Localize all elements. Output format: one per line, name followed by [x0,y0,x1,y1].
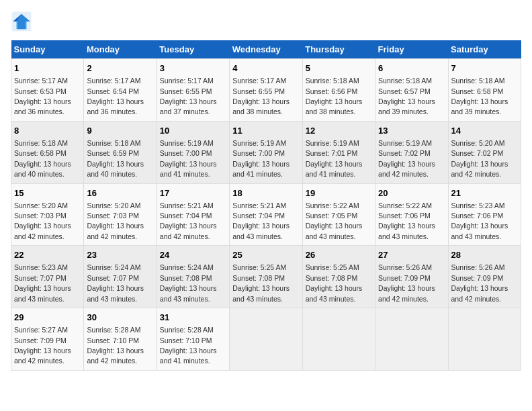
calendar-day-cell: 4 Sunrise: 5:17 AMSunset: 6:55 PMDayligh… [230,59,302,122]
calendar-day-cell: 6 Sunrise: 5:18 AMSunset: 6:57 PMDayligh… [375,59,448,122]
calendar-day-cell [448,308,521,371]
day-info: Sunrise: 5:23 AMSunset: 7:06 PMDaylight:… [451,201,508,240]
day-number: 30 [87,312,153,324]
calendar-day-cell: 7 Sunrise: 5:18 AMSunset: 6:58 PMDayligh… [448,59,521,122]
calendar-day-cell: 22 Sunrise: 5:23 AMSunset: 7:07 PMDaylig… [11,246,84,308]
day-info: Sunrise: 5:18 AMSunset: 6:58 PMDaylight:… [451,77,508,116]
calendar-day-cell: 29 Sunrise: 5:27 AMSunset: 7:09 PMDaylig… [11,308,84,371]
day-number: 9 [87,125,153,137]
day-header: Tuesday [157,40,229,59]
calendar-table: SundayMondayTuesdayWednesdayThursdayFrid… [11,40,521,371]
day-number: 31 [160,312,226,324]
day-info: Sunrise: 5:18 AMSunset: 6:59 PMDaylight:… [87,139,144,178]
calendar-day-cell: 20 Sunrise: 5:22 AMSunset: 7:06 PMDaylig… [375,183,448,246]
day-number: 29 [14,312,81,324]
day-number: 10 [160,125,226,137]
day-number: 25 [232,249,299,261]
day-info: Sunrise: 5:18 AMSunset: 6:58 PMDaylight:… [14,139,71,178]
day-number: 21 [451,187,518,199]
calendar-day-cell: 9 Sunrise: 5:18 AMSunset: 6:59 PMDayligh… [84,121,157,183]
day-info: Sunrise: 5:20 AMSunset: 7:03 PMDaylight:… [87,201,144,240]
day-info: Sunrise: 5:18 AMSunset: 6:56 PMDaylight:… [306,77,363,116]
day-info: Sunrise: 5:19 AMSunset: 7:00 PMDaylight:… [160,139,217,178]
day-number: 12 [306,125,372,137]
day-number: 20 [378,187,445,199]
calendar-day-cell: 8 Sunrise: 5:18 AMSunset: 6:58 PMDayligh… [11,121,84,183]
day-info: Sunrise: 5:20 AMSunset: 7:02 PMDaylight:… [451,139,508,178]
day-number: 23 [87,249,153,261]
header-row: SundayMondayTuesdayWednesdayThursdayFrid… [11,40,521,59]
calendar-day-cell: 15 Sunrise: 5:20 AMSunset: 7:03 PMDaylig… [11,183,84,246]
day-number: 4 [232,62,299,75]
calendar-week-row: 1 Sunrise: 5:17 AMSunset: 6:53 PMDayligh… [11,59,521,122]
calendar-week-row: 29 Sunrise: 5:27 AMSunset: 7:09 PMDaylig… [11,308,521,371]
day-header: Friday [375,40,448,59]
day-number: 17 [160,187,226,199]
day-info: Sunrise: 5:20 AMSunset: 7:03 PMDaylight:… [14,201,71,240]
day-info: Sunrise: 5:22 AMSunset: 7:05 PMDaylight:… [306,201,363,240]
day-number: 27 [378,249,445,261]
calendar-day-cell: 13 Sunrise: 5:19 AMSunset: 7:02 PMDaylig… [375,121,448,183]
calendar-day-cell: 31 Sunrise: 5:28 AMSunset: 7:10 PMDaylig… [157,308,229,371]
calendar-day-cell: 25 Sunrise: 5:25 AMSunset: 7:08 PMDaylig… [230,246,302,308]
calendar-week-row: 22 Sunrise: 5:23 AMSunset: 7:07 PMDaylig… [11,246,521,308]
day-number: 24 [160,249,226,261]
calendar-day-cell: 19 Sunrise: 5:22 AMSunset: 7:05 PMDaylig… [302,183,375,246]
day-number: 18 [232,187,299,199]
day-info: Sunrise: 5:26 AMSunset: 7:09 PMDaylight:… [451,263,508,302]
day-info: Sunrise: 5:28 AMSunset: 7:10 PMDaylight:… [87,326,144,365]
day-info: Sunrise: 5:23 AMSunset: 7:07 PMDaylight:… [14,263,71,302]
day-info: Sunrise: 5:24 AMSunset: 7:07 PMDaylight:… [87,263,144,302]
day-number: 5 [306,62,372,75]
logo-icon [11,11,32,32]
calendar-day-cell: 26 Sunrise: 5:25 AMSunset: 7:08 PMDaylig… [302,246,375,308]
day-number: 22 [14,249,81,261]
day-number: 11 [232,125,299,137]
day-header: Monday [84,40,157,59]
calendar-day-cell [230,308,302,371]
day-header: Sunday [11,40,84,59]
day-info: Sunrise: 5:28 AMSunset: 7:10 PMDaylight:… [160,326,217,365]
day-info: Sunrise: 5:24 AMSunset: 7:08 PMDaylight:… [160,263,217,302]
calendar-day-cell: 2 Sunrise: 5:17 AMSunset: 6:54 PMDayligh… [84,59,157,122]
day-info: Sunrise: 5:22 AMSunset: 7:06 PMDaylight:… [378,201,435,240]
calendar-day-cell: 21 Sunrise: 5:23 AMSunset: 7:06 PMDaylig… [448,183,521,246]
calendar-day-cell: 1 Sunrise: 5:17 AMSunset: 6:53 PMDayligh… [11,59,84,122]
calendar-day-cell: 17 Sunrise: 5:21 AMSunset: 7:04 PMDaylig… [157,183,229,246]
day-number: 15 [14,187,81,199]
calendar-day-cell: 18 Sunrise: 5:21 AMSunset: 7:04 PMDaylig… [230,183,302,246]
calendar-day-cell: 12 Sunrise: 5:19 AMSunset: 7:01 PMDaylig… [302,121,375,183]
day-header: Thursday [302,40,375,59]
day-number: 3 [160,62,226,75]
calendar-week-row: 15 Sunrise: 5:20 AMSunset: 7:03 PMDaylig… [11,183,521,246]
calendar-day-cell: 16 Sunrise: 5:20 AMSunset: 7:03 PMDaylig… [84,183,157,246]
calendar-day-cell: 11 Sunrise: 5:19 AMSunset: 7:00 PMDaylig… [230,121,302,183]
day-number: 1 [14,62,81,75]
day-number: 8 [14,125,81,137]
day-info: Sunrise: 5:17 AMSunset: 6:55 PMDaylight:… [232,77,290,116]
day-header: Saturday [448,40,521,59]
calendar-day-cell: 27 Sunrise: 5:26 AMSunset: 7:09 PMDaylig… [375,246,448,308]
day-info: Sunrise: 5:17 AMSunset: 6:54 PMDaylight:… [87,77,144,116]
day-info: Sunrise: 5:25 AMSunset: 7:08 PMDaylight:… [232,263,290,302]
calendar-day-cell [375,308,448,371]
logo [11,11,35,32]
calendar-day-cell: 23 Sunrise: 5:24 AMSunset: 7:07 PMDaylig… [84,246,157,308]
day-info: Sunrise: 5:17 AMSunset: 6:55 PMDaylight:… [160,77,217,116]
day-number: 6 [378,62,445,75]
day-number: 2 [87,62,153,75]
day-info: Sunrise: 5:25 AMSunset: 7:08 PMDaylight:… [306,263,363,302]
day-info: Sunrise: 5:19 AMSunset: 7:02 PMDaylight:… [378,139,435,178]
day-number: 19 [306,187,372,199]
calendar-week-row: 8 Sunrise: 5:18 AMSunset: 6:58 PMDayligh… [11,121,521,183]
calendar-day-cell: 3 Sunrise: 5:17 AMSunset: 6:55 PMDayligh… [157,59,229,122]
day-header: Wednesday [230,40,302,59]
day-info: Sunrise: 5:19 AMSunset: 7:00 PMDaylight:… [232,139,290,178]
calendar-day-cell: 5 Sunrise: 5:18 AMSunset: 6:56 PMDayligh… [302,59,375,122]
page-header [11,11,521,32]
day-number: 14 [451,125,518,137]
day-number: 26 [306,249,372,261]
day-number: 13 [378,125,445,137]
day-info: Sunrise: 5:17 AMSunset: 6:53 PMDaylight:… [14,77,71,116]
calendar-day-cell: 10 Sunrise: 5:19 AMSunset: 7:00 PMDaylig… [157,121,229,183]
